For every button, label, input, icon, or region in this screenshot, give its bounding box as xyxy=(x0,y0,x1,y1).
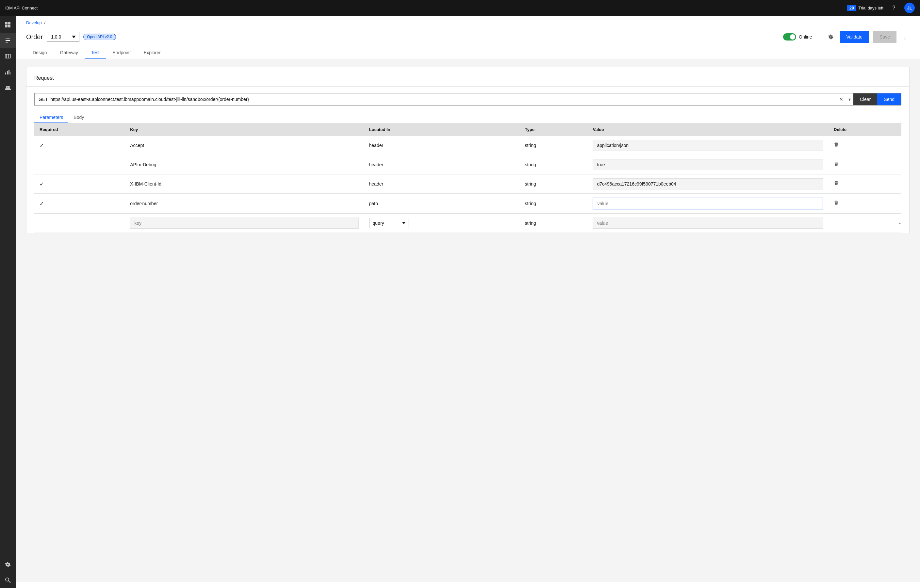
value-cell xyxy=(587,155,829,175)
svg-rect-0 xyxy=(5,22,8,24)
delete-cell xyxy=(829,175,901,194)
online-toggle-switch[interactable] xyxy=(783,33,796,40)
value-input-focused[interactable] xyxy=(593,198,823,209)
required-cell: ✓ xyxy=(34,136,125,155)
topbar: IBM API Connect 29 Trial days left ? JL xyxy=(0,0,920,16)
svg-rect-4 xyxy=(5,54,10,58)
col-value: Value xyxy=(587,123,829,136)
table-row: ✓ Accept header string xyxy=(34,136,901,155)
located-in-select-new[interactable]: query header path body formData xyxy=(369,218,408,228)
value-input-new[interactable] xyxy=(593,217,823,228)
tabs-bar: Design Gateway Test Endpoint Explorer xyxy=(16,47,920,59)
trial-badge: 29 Trial days left xyxy=(847,5,883,11)
main-area: Develop / Order 1.0.0 Open API v2.0 Onli… xyxy=(16,16,920,588)
delete-button[interactable] xyxy=(834,161,839,168)
collapse-button[interactable]: ⌃ xyxy=(897,222,902,228)
value-cell xyxy=(587,194,829,214)
table-row: ✓ order-number path string xyxy=(34,194,901,214)
value-input[interactable] xyxy=(593,159,823,170)
sidebar-item-community[interactable] xyxy=(0,80,16,96)
breadcrumb-separator: / xyxy=(44,20,45,25)
key-cell: order-number xyxy=(125,194,364,214)
topbar-right: 29 Trial days left ? JL xyxy=(847,3,915,13)
located-in-cell: header xyxy=(364,136,520,155)
url-clear-icon[interactable]: ✕ xyxy=(837,97,846,102)
sidebar-item-develop[interactable] xyxy=(0,33,16,49)
located-in-cell: header xyxy=(364,175,520,194)
online-toggle-area: Online xyxy=(783,33,812,40)
request-card: Request ✕ ▾ Clear Send Parameters Body xyxy=(26,67,910,233)
key-cell-new xyxy=(125,214,364,233)
delete-cell xyxy=(829,194,901,214)
tab-explorer[interactable]: Explorer xyxy=(137,47,167,59)
topbar-left: IBM API Connect xyxy=(5,6,37,10)
trial-label: Trial days left xyxy=(858,6,883,10)
clear-button[interactable]: Clear xyxy=(854,94,877,105)
url-chevron-icon[interactable]: ▾ xyxy=(846,97,854,102)
required-check-icon: ✓ xyxy=(39,201,44,206)
table-row: APIm-Debug header string xyxy=(34,155,901,175)
save-button: Save xyxy=(873,31,896,43)
type-cell: string xyxy=(520,155,588,175)
svg-rect-1 xyxy=(8,22,10,24)
version-select[interactable]: 1.0.0 xyxy=(47,32,79,42)
app-logo: IBM API Connect xyxy=(5,6,37,10)
required-cell: ✓ xyxy=(34,175,125,194)
sidebar-item-search[interactable] xyxy=(0,572,16,588)
settings-gear-button[interactable] xyxy=(826,32,836,42)
delete-button[interactable] xyxy=(834,200,839,207)
value-input[interactable] xyxy=(593,140,823,151)
svg-point-12 xyxy=(8,86,10,88)
sidebar-item-settings[interactable] xyxy=(0,557,16,572)
located-in-cell: path xyxy=(364,194,520,214)
type-cell-new: string xyxy=(520,214,588,233)
table-header: Required Key Located In Type Value Delet… xyxy=(34,123,901,136)
key-cell: APIm-Debug xyxy=(125,155,364,175)
tab-design[interactable]: Design xyxy=(26,47,53,59)
send-button[interactable]: Send xyxy=(877,94,901,105)
sidebar xyxy=(0,16,16,588)
delete-button[interactable] xyxy=(834,142,839,149)
avatar[interactable]: JL xyxy=(904,3,915,13)
url-bar: ✕ ▾ Clear Send xyxy=(34,93,901,105)
sub-tab-parameters[interactable]: Parameters xyxy=(34,112,68,123)
table-row: ✓ X-IBM-Client-Id header string xyxy=(34,175,901,194)
required-cell: ✓ xyxy=(34,194,125,214)
breadcrumb-develop[interactable]: Develop xyxy=(26,20,42,25)
located-in-cell: header xyxy=(364,155,520,175)
sidebar-item-manage[interactable] xyxy=(0,49,16,64)
delete-cell xyxy=(829,136,901,155)
sub-tab-body[interactable]: Body xyxy=(68,112,89,123)
delete-cell xyxy=(829,155,901,175)
section-divider xyxy=(26,86,909,87)
table-row-new: query header path body formData string xyxy=(34,214,901,233)
col-delete: Delete xyxy=(829,123,901,136)
value-input[interactable] xyxy=(593,178,823,190)
svg-rect-7 xyxy=(5,73,6,75)
value-cell-new xyxy=(587,214,829,233)
tab-endpoint[interactable]: Endpoint xyxy=(106,47,137,59)
key-input-new[interactable] xyxy=(130,217,358,228)
more-options-button[interactable]: ⋮ xyxy=(901,33,910,41)
sidebar-item-home[interactable] xyxy=(0,17,16,33)
tab-test[interactable]: Test xyxy=(84,47,106,59)
tab-gateway[interactable]: Gateway xyxy=(53,47,84,59)
help-icon[interactable]: ? xyxy=(889,3,899,13)
breadcrumb: Develop / xyxy=(16,16,920,28)
key-cell: Accept xyxy=(125,136,364,155)
page-title: Order xyxy=(26,33,43,41)
request-card-wrap: Request ✕ ▾ Clear Send Parameters Body xyxy=(26,67,910,233)
page-header: Order 1.0.0 Open API v2.0 Online Validat… xyxy=(16,28,920,43)
svg-point-11 xyxy=(6,86,8,88)
validate-button[interactable]: Validate xyxy=(840,31,869,43)
svg-point-13 xyxy=(6,578,9,581)
parameters-table: Required Key Located In Type Value Delet… xyxy=(34,123,901,233)
type-cell: string xyxy=(520,194,588,214)
col-required: Required xyxy=(34,123,125,136)
sidebar-item-analytics[interactable] xyxy=(0,64,16,80)
located-in-cell-new: query header path body formData xyxy=(364,214,520,233)
url-input[interactable] xyxy=(35,94,837,105)
delete-button[interactable] xyxy=(834,181,839,187)
svg-line-14 xyxy=(8,581,10,583)
svg-rect-2 xyxy=(5,25,8,28)
